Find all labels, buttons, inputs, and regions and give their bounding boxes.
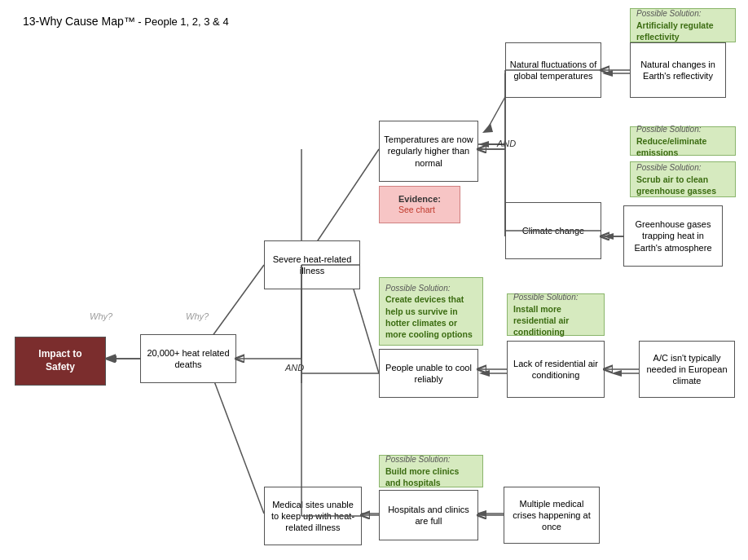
svg-marker-17 [479,370,490,377]
svg-marker-9 [478,141,489,148]
sol-scrub-label: Possible Solution: [636,162,729,174]
sol-scrub-text: Scrub air to clean greenhouse gasses [636,174,729,196]
svg-marker-15 [602,70,613,77]
natural-fluct-text: Natural fluctuations of global temperatu… [509,59,597,82]
multi-crisis-box: Multiple medical crises happening at onc… [504,487,600,544]
ac-europe-box: A/C isn't typically needed in European c… [639,341,735,398]
svg-marker-13 [603,233,614,240]
sol-install-ac-text: Install more residential air conditionin… [513,303,598,338]
svg-marker-19 [611,370,622,377]
sol-reflectivity-label: Possible Solution: [636,8,729,20]
greenhouse-text: Greenhouse gases trapping heat in Earth'… [627,218,719,254]
climate-change-box: Climate change [505,202,601,259]
severe-heat-text: Severe heat-related illness [268,254,356,277]
unable-cool-box: People unable to cool reliably [379,349,478,398]
natural-fluct-box: Natural fluctuations of global temperatu… [505,42,601,98]
climate-change-text: Climate change [522,225,584,236]
svg-marker-11 [482,123,493,133]
impact-line1: Impact to [38,348,81,361]
sol-reflectivity-text: Artificially regulate reflectivity [636,20,729,42]
nat-changes-text: Natural changes in Earth's reflectivity [634,59,722,82]
impact-safety-box: Impact to Safety [15,337,106,386]
why-label-1: Why? [90,311,112,321]
sol-emissions-text: Reduce/eliminate emissions [636,135,729,158]
evidence-text: See chart [398,205,441,216]
page-title: 13-Why Cause Map™ - People 1, 2, 3 & 4 [23,15,229,28]
solution-devices: Possible Solution: Create devices that h… [379,277,483,346]
svg-line-2 [208,265,264,342]
greenhouse-box: Greenhouse gases trapping heat in Earth'… [623,205,723,267]
severe-heat-box: Severe heat-related illness [264,240,360,289]
deaths-text: 20,000+ heat related deaths [144,347,232,371]
svg-line-20 [212,375,264,514]
temps-text: Temperatures are now regularly higher th… [383,134,474,169]
svg-line-4 [310,149,379,253]
solution-emissions: Possible Solution: Reduce/eliminate emis… [630,126,736,156]
title-main: 13-Why Cause Map™ [23,15,135,28]
and-label-2: AND [285,363,304,373]
lack-ac-text: Lack of residential air conditioning [511,358,601,381]
and-label-3: AND [497,139,516,148]
solution-scrub: Possible Solution: Scrub air to clean gr… [630,161,736,197]
medical-sites-text: Medical sites unable to keep up with hea… [268,499,358,534]
evidence-label: Evidence: [398,193,441,205]
sol-emissions-label: Possible Solution: [636,124,729,135]
sol-clinics-text: Build more clinics and hospitals [385,465,477,488]
deaths-box: 20,000+ heat related deaths [140,334,236,383]
sol-devices-label: Possible Solution: [385,283,477,294]
sol-clinics-label: Possible Solution: [385,454,477,465]
lack-ac-box: Lack of residential air conditioning [507,341,605,398]
svg-marker-1 [106,355,117,362]
nat-changes-box: Natural changes in Earth's reflectivity [630,42,726,98]
sol-devices-text: Create devices that help us survive in h… [385,293,477,340]
sol-install-ac-label: Possible Solution: [513,292,598,303]
solution-install-ac: Possible Solution: Install more resident… [507,293,605,336]
ac-europe-text: A/C isn't typically needed in European c… [643,352,731,387]
title-sub: - People 1, 2, 3 & 4 [135,15,229,28]
hospitals-box: Hospitals and clinics are full [379,490,478,540]
temps-box: Temperatures are now regularly higher th… [379,121,478,182]
evidence-box: Evidence: See chart [379,186,460,223]
solution-clinics: Possible Solution: Build more clinics an… [379,455,483,487]
medical-sites-box: Medical sites unable to keep up with hea… [264,487,362,545]
why-label-2: Why? [186,311,209,321]
unable-cool-text: People unable to cool reliably [383,362,474,386]
hospitals-text: Hospitals and clinics are full [383,504,474,527]
impact-line2: Safety [38,361,81,374]
solution-reflectivity: Possible Solution: Artificially regulate… [630,8,736,42]
multi-crisis-text: Multiple medical crises happening at onc… [508,498,596,533]
